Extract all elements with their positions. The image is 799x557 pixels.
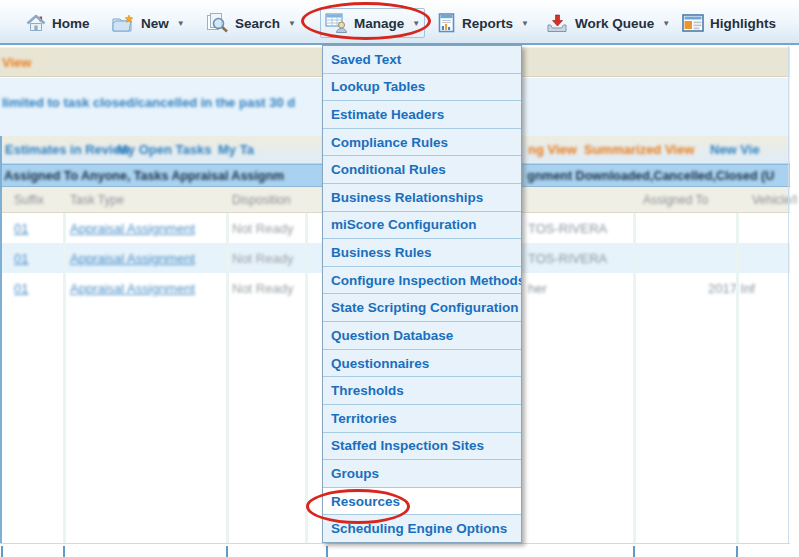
chevron-down-icon: ▼: [521, 19, 529, 28]
task-type-link[interactable]: Appraisal Assignment: [70, 281, 195, 296]
new-label: New: [141, 16, 169, 31]
chevron-down-icon: ▼: [412, 19, 420, 28]
assigned-to-cell: TOS-RIVERA: [528, 251, 607, 266]
magnifier-document-icon: [206, 13, 229, 33]
column-border-tick: [633, 546, 635, 557]
menu-item-territories[interactable]: Territories: [323, 405, 521, 433]
tab-summarized-view[interactable]: Summarized View: [584, 142, 694, 157]
menu-item-scheduling-engine-options[interactable]: Scheduling Engine Options: [323, 515, 521, 542]
menu-item-compliance-rules[interactable]: Compliance Rules: [323, 129, 521, 157]
col-header-disposition: Disposition: [232, 193, 291, 207]
tab-my-tasks[interactable]: My Ta: [218, 142, 254, 157]
column-divider: [226, 213, 229, 543]
col-header-assigned-to: Assigned To: [643, 193, 708, 207]
criteria-text-right: gnment Downloaded,Cancelled,Closed (U: [527, 169, 774, 183]
suffix-link[interactable]: 01: [14, 251, 28, 266]
suffix-link[interactable]: 01: [14, 281, 28, 296]
main-toolbar: Home New ▼ Search: [0, 0, 799, 45]
menu-item-conditional-rules[interactable]: Conditional Rules: [323, 156, 521, 184]
disposition-cell: Not Ready: [232, 251, 293, 266]
tab-new-view[interactable]: New Vie: [710, 142, 760, 157]
column-border-tick: [1, 546, 3, 557]
menu-item-configure-inspection-methods[interactable]: Configure Inspection Methods: [323, 267, 521, 295]
menu-item-lookup-tables[interactable]: Lookup Tables: [323, 74, 521, 102]
table-person-icon: [325, 13, 348, 33]
disposition-cell: Not Ready: [232, 221, 293, 236]
col-header-vehicle: Vehicle/I: [752, 193, 797, 207]
menu-item-state-scripting-configuration[interactable]: State Scripting Configuration: [323, 294, 521, 322]
highlights-button[interactable]: Highlights: [678, 8, 780, 38]
highlights-label: Highlights: [710, 16, 776, 31]
tab-my-open-tasks[interactable]: My Open Tasks: [117, 142, 211, 157]
manage-label: Manage: [354, 16, 404, 31]
table-right-border: [788, 46, 789, 543]
column-divider: [736, 213, 739, 543]
house-icon: [26, 14, 46, 33]
tab-estimates-in-review[interactable]: Estimates in Review: [5, 142, 130, 157]
task-type-link[interactable]: Appraisal Assignment: [70, 251, 195, 266]
menu-item-resources[interactable]: Resources: [323, 488, 521, 516]
column-divider: [63, 213, 66, 543]
notice-text: limited to task closed/cancelled in the …: [2, 95, 295, 110]
search-label: Search: [235, 16, 280, 31]
col-header-task-type: Task Type: [70, 193, 124, 207]
task-type-link[interactable]: Appraisal Assignment: [70, 221, 195, 236]
search-button[interactable]: Search ▼: [202, 8, 300, 38]
assigned-to-cell: TOS-RIVERA: [528, 221, 607, 236]
reports-button[interactable]: Reports ▼: [434, 8, 533, 38]
report-chart-icon: [438, 13, 456, 33]
folder-star-icon: [112, 14, 135, 33]
menu-item-groups[interactable]: Groups: [323, 460, 521, 488]
menu-item-questionnaires[interactable]: Questionnaires: [323, 350, 521, 378]
inbox-down-arrow-icon: [546, 14, 569, 33]
work-queue-button[interactable]: Work Queue ▼: [542, 8, 674, 38]
manage-dropdown-menu: Saved Text Lookup Tables Estimate Header…: [322, 45, 522, 543]
app-window: View limited to task closed/cancelled in…: [0, 0, 799, 557]
home-label: Home: [52, 16, 90, 31]
column-border-tick: [226, 546, 228, 557]
menu-item-thresholds[interactable]: Thresholds: [323, 377, 521, 405]
menu-item-estimate-headers[interactable]: Estimate Headers: [323, 101, 521, 129]
manage-button[interactable]: Manage ▼: [320, 8, 425, 38]
chevron-down-icon: ▼: [177, 19, 185, 28]
work-queue-label: Work Queue: [575, 16, 654, 31]
disposition-cell: Not Ready: [232, 281, 293, 296]
column-divider: [633, 213, 636, 543]
menu-item-business-rules[interactable]: Business Rules: [323, 239, 521, 267]
vehicle-cell: 2017 Inf: [708, 281, 755, 296]
column-border-tick: [63, 546, 65, 557]
tab-ng-view[interactable]: ng View: [528, 142, 577, 157]
col-header-suffix: Suffix: [14, 193, 44, 207]
table-left-border: [0, 136, 2, 543]
new-button[interactable]: New ▼: [108, 8, 189, 38]
view-label: View: [2, 55, 31, 70]
newspaper-icon: [682, 14, 704, 32]
menu-item-saved-text[interactable]: Saved Text: [323, 46, 521, 74]
column-border-tick: [736, 546, 738, 557]
chevron-down-icon: ▼: [288, 19, 296, 28]
chevron-down-icon: ▼: [662, 19, 670, 28]
reports-label: Reports: [462, 16, 513, 31]
table-bottom-edge: [0, 543, 790, 544]
menu-item-miscore-configuration[interactable]: miScore Configuration: [323, 212, 521, 240]
column-divider: [305, 213, 308, 543]
menu-item-staffed-inspection-sites[interactable]: Staffed Inspection Sites: [323, 433, 521, 461]
column-border-tick: [326, 546, 328, 557]
home-button[interactable]: Home: [22, 8, 94, 38]
menu-item-question-database[interactable]: Question Database: [323, 322, 521, 350]
assigned-to-cell: her: [528, 281, 547, 296]
suffix-link[interactable]: 01: [14, 221, 28, 236]
criteria-text-left: Assigned To Anyone, Tasks Appraisal Assi…: [4, 169, 284, 183]
menu-item-business-relationships[interactable]: Business Relationships: [323, 184, 521, 212]
